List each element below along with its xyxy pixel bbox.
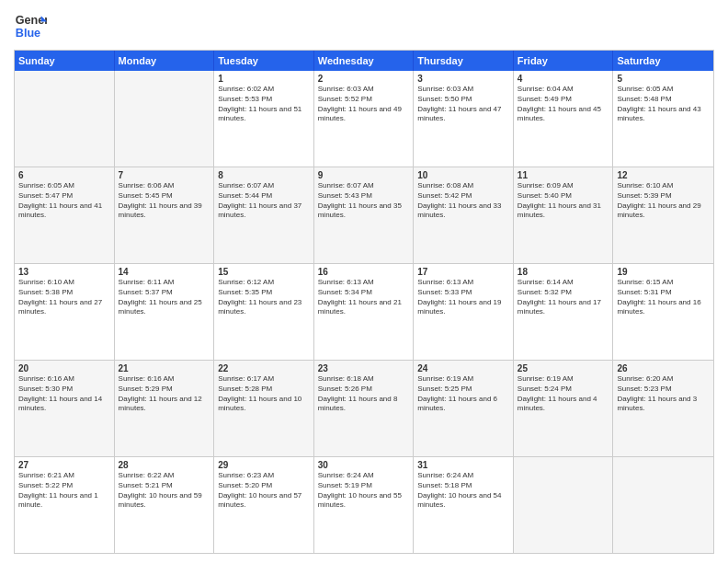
day-number: 2 — [318, 74, 410, 84]
day-info: Sunrise: 6:13 AM Sunset: 5:34 PM Dayligh… — [318, 278, 410, 317]
day-number: 5 — [617, 74, 710, 84]
day-number: 8 — [218, 170, 310, 180]
header-day-tuesday: Tuesday — [214, 51, 314, 71]
calendar-body: 1Sunrise: 6:02 AM Sunset: 5:53 PM Daylig… — [15, 71, 713, 553]
day-number: 13 — [18, 267, 110, 277]
header-day-friday: Friday — [514, 51, 614, 71]
day-info: Sunrise: 6:04 AM Sunset: 5:49 PM Dayligh… — [518, 85, 609, 124]
day-info: Sunrise: 6:15 AM Sunset: 5:31 PM Dayligh… — [617, 278, 710, 317]
day-cell-4: 4Sunrise: 6:04 AM Sunset: 5:49 PM Daylig… — [514, 71, 614, 167]
day-cell-10: 10Sunrise: 6:08 AM Sunset: 5:42 PM Dayli… — [414, 167, 514, 263]
day-info: Sunrise: 6:19 AM Sunset: 5:24 PM Dayligh… — [518, 374, 609, 414]
empty-cell — [613, 457, 713, 553]
day-info: Sunrise: 6:06 AM Sunset: 5:45 PM Dayligh… — [119, 181, 210, 221]
header-day-thursday: Thursday — [414, 51, 514, 71]
calendar-row: 1Sunrise: 6:02 AM Sunset: 5:53 PM Daylig… — [15, 71, 713, 167]
header-day-monday: Monday — [115, 51, 215, 71]
svg-text:Blue: Blue — [16, 27, 40, 40]
day-number: 9 — [318, 170, 410, 180]
calendar-row: 6Sunrise: 6:05 AM Sunset: 5:47 PM Daylig… — [15, 167, 713, 264]
day-number: 19 — [617, 267, 710, 277]
day-number: 7 — [119, 170, 210, 180]
day-cell-14: 14Sunrise: 6:11 AM Sunset: 5:37 PM Dayli… — [115, 264, 215, 360]
day-number: 14 — [119, 267, 210, 277]
calendar: SundayMondayTuesdayWednesdayThursdayFrid… — [14, 50, 714, 554]
header: General Blue — [14, 9, 714, 42]
day-cell-22: 22Sunrise: 6:17 AM Sunset: 5:28 PM Dayli… — [214, 361, 314, 456]
day-cell-31: 31Sunrise: 6:24 AM Sunset: 5:18 PM Dayli… — [414, 457, 514, 553]
day-info: Sunrise: 6:12 AM Sunset: 5:35 PM Dayligh… — [218, 278, 310, 317]
day-cell-5: 5Sunrise: 6:05 AM Sunset: 5:48 PM Daylig… — [613, 71, 713, 167]
day-info: Sunrise: 6:16 AM Sunset: 5:30 PM Dayligh… — [18, 374, 110, 414]
calendar-row: 20Sunrise: 6:16 AM Sunset: 5:30 PM Dayli… — [15, 361, 713, 457]
day-cell-3: 3Sunrise: 6:03 AM Sunset: 5:50 PM Daylig… — [414, 71, 514, 167]
day-cell-15: 15Sunrise: 6:12 AM Sunset: 5:35 PM Dayli… — [214, 264, 314, 360]
day-cell-16: 16Sunrise: 6:13 AM Sunset: 5:34 PM Dayli… — [314, 264, 415, 360]
day-info: Sunrise: 6:05 AM Sunset: 5:48 PM Dayligh… — [617, 85, 710, 124]
day-info: Sunrise: 6:10 AM Sunset: 5:38 PM Dayligh… — [18, 278, 110, 317]
calendar-header: SundayMondayTuesdayWednesdayThursdayFrid… — [15, 51, 713, 71]
day-info: Sunrise: 6:18 AM Sunset: 5:26 PM Dayligh… — [318, 374, 410, 414]
header-day-wednesday: Wednesday — [314, 51, 415, 71]
day-info: Sunrise: 6:11 AM Sunset: 5:37 PM Dayligh… — [119, 278, 210, 317]
day-number: 15 — [218, 267, 310, 277]
day-info: Sunrise: 6:05 AM Sunset: 5:47 PM Dayligh… — [18, 181, 110, 221]
day-cell-25: 25Sunrise: 6:19 AM Sunset: 5:24 PM Dayli… — [514, 361, 614, 456]
day-number: 18 — [518, 267, 609, 277]
day-info: Sunrise: 6:10 AM Sunset: 5:39 PM Dayligh… — [617, 181, 710, 221]
day-info: Sunrise: 6:07 AM Sunset: 5:43 PM Dayligh… — [318, 181, 410, 221]
day-info: Sunrise: 6:23 AM Sunset: 5:20 PM Dayligh… — [218, 471, 310, 511]
day-number: 21 — [119, 363, 210, 373]
empty-cell — [15, 71, 115, 167]
day-number: 23 — [318, 363, 410, 373]
day-cell-28: 28Sunrise: 6:22 AM Sunset: 5:21 PM Dayli… — [115, 457, 215, 553]
day-cell-8: 8Sunrise: 6:07 AM Sunset: 5:44 PM Daylig… — [214, 167, 314, 263]
day-cell-21: 21Sunrise: 6:16 AM Sunset: 5:29 PM Dayli… — [115, 361, 215, 456]
calendar-row: 13Sunrise: 6:10 AM Sunset: 5:38 PM Dayli… — [15, 264, 713, 361]
empty-cell — [514, 457, 614, 553]
day-cell-17: 17Sunrise: 6:13 AM Sunset: 5:33 PM Dayli… — [414, 264, 514, 360]
day-info: Sunrise: 6:09 AM Sunset: 5:40 PM Dayligh… — [518, 181, 609, 221]
day-cell-24: 24Sunrise: 6:19 AM Sunset: 5:25 PM Dayli… — [414, 361, 514, 456]
logo-icon: General Blue — [14, 9, 47, 42]
day-cell-7: 7Sunrise: 6:06 AM Sunset: 5:45 PM Daylig… — [115, 167, 215, 263]
day-number: 4 — [518, 74, 609, 84]
day-cell-1: 1Sunrise: 6:02 AM Sunset: 5:53 PM Daylig… — [214, 71, 314, 167]
day-info: Sunrise: 6:19 AM Sunset: 5:25 PM Dayligh… — [417, 374, 509, 414]
header-day-saturday: Saturday — [613, 51, 713, 71]
day-number: 30 — [318, 460, 410, 470]
day-number: 25 — [518, 363, 609, 373]
day-cell-27: 27Sunrise: 6:21 AM Sunset: 5:22 PM Dayli… — [15, 457, 115, 553]
header-day-sunday: Sunday — [15, 51, 115, 71]
day-cell-9: 9Sunrise: 6:07 AM Sunset: 5:43 PM Daylig… — [314, 167, 415, 263]
day-cell-12: 12Sunrise: 6:10 AM Sunset: 5:39 PM Dayli… — [613, 167, 713, 263]
day-info: Sunrise: 6:03 AM Sunset: 5:52 PM Dayligh… — [318, 85, 410, 124]
day-number: 11 — [518, 170, 609, 180]
day-cell-11: 11Sunrise: 6:09 AM Sunset: 5:40 PM Dayli… — [514, 167, 614, 263]
page: General Blue SundayMondayTuesdayWednesda… — [0, 0, 728, 563]
day-number: 12 — [617, 170, 710, 180]
day-number: 20 — [18, 363, 110, 373]
day-number: 29 — [218, 460, 310, 470]
day-info: Sunrise: 6:16 AM Sunset: 5:29 PM Dayligh… — [119, 374, 210, 414]
day-number: 17 — [417, 267, 509, 277]
day-number: 6 — [18, 170, 110, 180]
day-number: 24 — [417, 363, 509, 373]
day-number: 3 — [417, 74, 509, 84]
day-cell-19: 19Sunrise: 6:15 AM Sunset: 5:31 PM Dayli… — [613, 264, 713, 360]
logo: General Blue — [14, 9, 47, 42]
day-number: 10 — [417, 170, 509, 180]
calendar-row: 27Sunrise: 6:21 AM Sunset: 5:22 PM Dayli… — [15, 457, 713, 553]
day-number: 27 — [18, 460, 110, 470]
day-info: Sunrise: 6:24 AM Sunset: 5:19 PM Dayligh… — [318, 471, 410, 511]
day-number: 28 — [119, 460, 210, 470]
day-info: Sunrise: 6:13 AM Sunset: 5:33 PM Dayligh… — [417, 278, 509, 317]
day-cell-30: 30Sunrise: 6:24 AM Sunset: 5:19 PM Dayli… — [314, 457, 415, 553]
day-cell-29: 29Sunrise: 6:23 AM Sunset: 5:20 PM Dayli… — [214, 457, 314, 553]
day-info: Sunrise: 6:20 AM Sunset: 5:23 PM Dayligh… — [617, 374, 710, 414]
day-info: Sunrise: 6:08 AM Sunset: 5:42 PM Dayligh… — [417, 181, 509, 221]
day-cell-18: 18Sunrise: 6:14 AM Sunset: 5:32 PM Dayli… — [514, 264, 614, 360]
day-info: Sunrise: 6:24 AM Sunset: 5:18 PM Dayligh… — [417, 471, 509, 511]
day-cell-6: 6Sunrise: 6:05 AM Sunset: 5:47 PM Daylig… — [15, 167, 115, 263]
day-number: 1 — [218, 74, 310, 84]
